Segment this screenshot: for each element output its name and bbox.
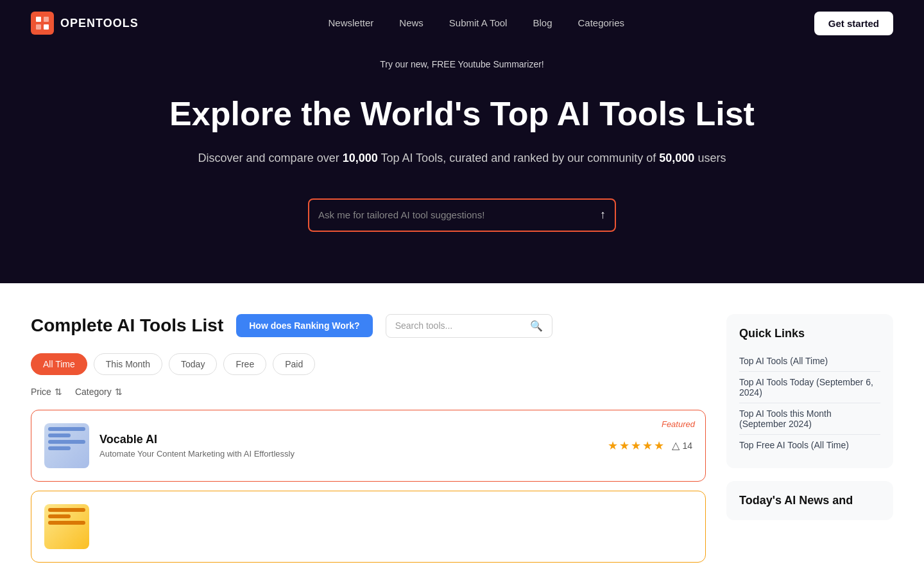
quick-link-1[interactable]: Top AI Tools (All Time) (739, 351, 880, 372)
thumb-graphic-second (44, 504, 89, 549)
filter-tabs: All Time This Month Today Free Paid (31, 353, 706, 375)
sort-price[interactable]: Price ⇅ (31, 387, 62, 397)
tab-today[interactable]: Today (169, 353, 217, 375)
tool-meta-vocable: ★★★★★ △ 14 (608, 439, 692, 453)
thumb-line-2 (48, 434, 71, 437)
thumb-line-s3 (48, 521, 85, 525)
tool-info-vocable: Vocable AI Automate Your Content Marketi… (99, 433, 597, 459)
arrow-up-icon: ↑ (600, 208, 606, 222)
sort-row: Price ⇅ Category ⇅ (31, 387, 706, 397)
hero-search-input[interactable] (318, 209, 600, 220)
tool-stars-vocable: ★★★★★ (608, 439, 665, 453)
hero-subtitle-mid: Top AI Tools, curated and ranked by our … (378, 152, 660, 164)
thumb-graphic (44, 423, 89, 468)
featured-badge: Featured (662, 419, 695, 429)
svg-rect-1 (36, 17, 41, 22)
nav-categories[interactable]: Categories (578, 17, 624, 28)
svg-rect-2 (44, 17, 49, 22)
nav-links: Newsletter News Submit A Tool Blog Categ… (328, 17, 624, 29)
sort-price-icon: ⇅ (55, 387, 62, 397)
sort-category-icon: ⇅ (115, 387, 123, 397)
search-box: 🔍 (386, 314, 552, 338)
svg-rect-3 (36, 24, 41, 30)
hero-search-wrapper: ↑ (13, 198, 911, 232)
tool-upvote-vocable[interactable]: △ 14 (672, 439, 692, 451)
quick-links-box: Quick Links Top AI Tools (All Time) Top … (726, 314, 893, 468)
svg-rect-0 (31, 12, 54, 35)
tool-thumb-vocable (44, 423, 89, 468)
svg-rect-4 (44, 24, 49, 30)
nav-blog[interactable]: Blog (533, 17, 552, 28)
thumb-line-s1 (48, 508, 85, 512)
quick-link-2[interactable]: Top AI Tools Today (September 6, 2024) (739, 372, 880, 403)
right-sidebar: Quick Links Top AI Tools (All Time) Top … (726, 314, 893, 520)
logo-icon (31, 12, 54, 35)
hero-search-box: ↑ (308, 198, 616, 232)
tab-all-time[interactable]: All Time (31, 353, 87, 375)
hero-subtitle-pre: Discover and compare over (198, 152, 343, 164)
news-title: Today's AI News and (739, 494, 880, 507)
tool-desc-vocable: Automate Your Content Marketing with AI … (99, 449, 597, 459)
main-content: Complete AI Tools List How does Ranking … (0, 283, 924, 572)
hero-section: Try our new, FREE Youtube Summarizer! Ex… (0, 46, 924, 283)
hero-count1: 10,000 (343, 152, 378, 164)
thumb-line-4 (48, 446, 71, 450)
thumb-line-3 (48, 440, 85, 444)
hero-title: Explore the World's Top AI Tools List (13, 95, 911, 134)
sort-price-label: Price (31, 387, 51, 397)
quick-link-4[interactable]: Top Free AI Tools (All Time) (739, 435, 880, 455)
sort-category[interactable]: Category ⇅ (75, 387, 123, 397)
tab-this-month[interactable]: This Month (94, 353, 162, 375)
upvote-count-vocable: 14 (682, 441, 692, 451)
nav-newsletter[interactable]: Newsletter (328, 17, 373, 28)
tool-info-second (99, 525, 692, 528)
sort-category-label: Category (75, 387, 112, 397)
hero-subtitle-post: users (694, 152, 726, 164)
hero-subtitle: Discover and compare over 10,000 Top AI … (13, 149, 911, 168)
hero-count2: 50,000 (659, 152, 694, 164)
hero-banner: Try our new, FREE Youtube Summarizer! (13, 59, 911, 69)
quick-links-title: Quick Links (739, 327, 880, 340)
hero-search-button[interactable]: ↑ (600, 208, 606, 222)
tools-heading: Complete AI Tools List (31, 315, 223, 336)
get-started-button[interactable]: Get started (814, 12, 893, 35)
tools-header: Complete AI Tools List How does Ranking … (31, 314, 706, 338)
search-icon: 🔍 (530, 320, 543, 332)
logo-area: OPENTOOLS (31, 12, 139, 35)
quick-link-3[interactable]: Top AI Tools this Month (September 2024) (739, 403, 880, 435)
thumb-line-1 (48, 427, 85, 431)
tool-name-vocable: Vocable AI (99, 433, 597, 446)
news-box: Today's AI News and (726, 481, 893, 520)
tool-thumb-second (44, 504, 89, 549)
tool-card-second[interactable] (31, 491, 706, 563)
nav-submit-tool[interactable]: Submit A Tool (449, 17, 508, 28)
tab-free[interactable]: Free (223, 353, 266, 375)
left-section: Complete AI Tools List How does Ranking … (31, 314, 706, 572)
tab-paid[interactable]: Paid (273, 353, 315, 375)
search-input[interactable] (395, 320, 525, 331)
upvote-icon: △ (672, 439, 680, 451)
navbar: OPENTOOLS Newsletter News Submit A Tool … (0, 0, 924, 46)
nav-news[interactable]: News (399, 17, 424, 28)
thumb-line-s2 (48, 514, 71, 518)
ranking-button[interactable]: How does Ranking Work? (236, 314, 372, 337)
logo-text: OPENTOOLS (60, 17, 139, 30)
tool-card-vocable[interactable]: Featured Vocable AI Automate Your Conten… (31, 410, 706, 482)
